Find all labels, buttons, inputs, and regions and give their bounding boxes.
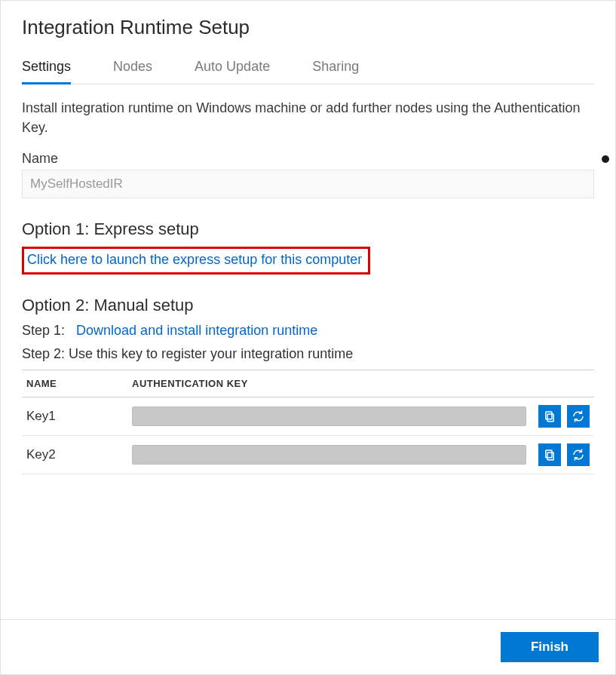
regenerate-key-button[interactable] bbox=[567, 405, 590, 428]
regenerate-key-button[interactable] bbox=[567, 443, 590, 466]
svg-rect-2 bbox=[547, 453, 553, 460]
integration-runtime-setup-dialog: Integration Runtime Setup Settings Nodes… bbox=[0, 0, 616, 675]
svg-rect-1 bbox=[545, 412, 551, 419]
auth-key-table: NAME AUTHENTICATION KEY Key1 bbox=[22, 370, 594, 474]
refresh-icon bbox=[572, 410, 585, 423]
key-actions-cell bbox=[531, 436, 594, 474]
key-name-cell: Key1 bbox=[22, 397, 127, 436]
copy-icon bbox=[543, 448, 556, 462]
name-input[interactable] bbox=[22, 170, 594, 198]
key-actions-cell bbox=[531, 397, 594, 436]
dialog-content: Integration Runtime Setup Settings Nodes… bbox=[1, 1, 615, 619]
copy-key-button[interactable] bbox=[538, 443, 561, 466]
step2-row: Step 2: Use this key to register your in… bbox=[22, 346, 594, 362]
tab-auto-update[interactable]: Auto Update bbox=[195, 53, 270, 84]
finish-button[interactable]: Finish bbox=[501, 632, 599, 662]
col-header-authkey: AUTHENTICATION KEY bbox=[127, 370, 531, 397]
copy-key-button[interactable] bbox=[538, 405, 561, 428]
svg-rect-3 bbox=[545, 450, 551, 458]
col-header-actions bbox=[531, 370, 594, 397]
key-value-cell bbox=[127, 436, 531, 474]
download-runtime-link[interactable]: Download and install integration runtime bbox=[76, 323, 317, 338]
refresh-icon bbox=[572, 448, 585, 462]
tab-settings[interactable]: Settings bbox=[22, 53, 71, 84]
name-label: Name bbox=[22, 151, 58, 167]
dialog-footer: Finish bbox=[1, 619, 615, 674]
key-value-cell bbox=[127, 397, 531, 436]
express-setup-link[interactable]: Click here to launch the express setup f… bbox=[27, 252, 362, 267]
express-link-highlight: Click here to launch the express setup f… bbox=[22, 247, 370, 275]
intro-text: Install integration runtime on Windows m… bbox=[22, 98, 594, 137]
step2-text: Step 2: Use this key to register your in… bbox=[22, 346, 353, 361]
page-title: Integration Runtime Setup bbox=[22, 16, 594, 39]
step1-label: Step 1: bbox=[22, 323, 65, 338]
auth-key-masked[interactable] bbox=[132, 445, 526, 465]
name-label-row: Name bbox=[22, 151, 594, 167]
info-icon[interactable] bbox=[602, 155, 609, 163]
option1-title: Option 1: Express setup bbox=[22, 219, 594, 239]
table-row: Key2 bbox=[22, 436, 594, 474]
copy-icon bbox=[543, 410, 556, 423]
step1-row: Step 1: Download and install integration… bbox=[22, 323, 594, 339]
tab-nodes[interactable]: Nodes bbox=[113, 53, 152, 84]
tab-bar: Settings Nodes Auto Update Sharing bbox=[22, 53, 594, 84]
svg-rect-0 bbox=[547, 414, 553, 422]
col-header-name: NAME bbox=[22, 370, 127, 397]
option2-title: Option 2: Manual setup bbox=[22, 296, 594, 315]
key-name-cell: Key2 bbox=[22, 436, 127, 474]
table-row: Key1 bbox=[22, 397, 594, 436]
tab-sharing[interactable]: Sharing bbox=[312, 53, 359, 84]
auth-key-masked[interactable] bbox=[132, 407, 526, 426]
